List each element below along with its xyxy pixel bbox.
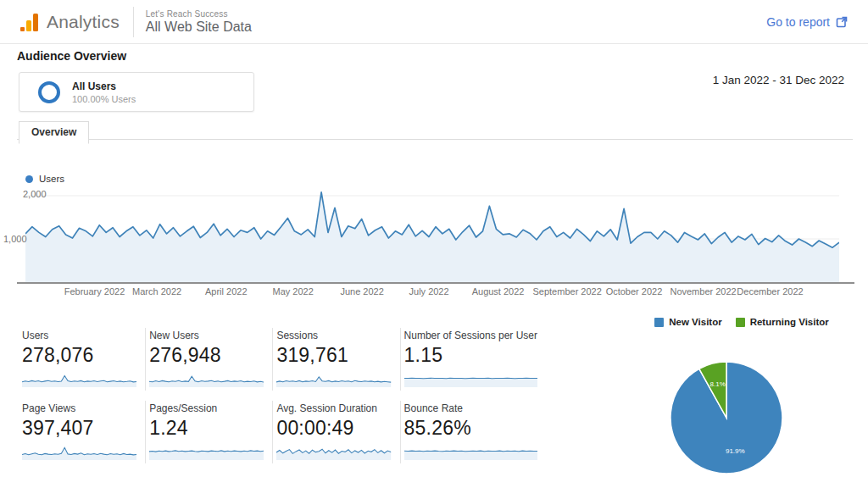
metric-users[interactable]: Users 278,076 <box>19 328 146 391</box>
metric-label: Number of Sessions per User <box>404 330 537 341</box>
metric-sessions[interactable]: Sessions 319,761 <box>273 328 400 391</box>
tab-overview[interactable]: Overview <box>19 121 89 144</box>
x-axis-label: December 2022 <box>737 286 803 297</box>
metric-label: Sessions <box>276 330 391 341</box>
x-axis-label: September 2022 <box>532 286 601 297</box>
metric-pages-per-session[interactable]: Pages/Session 1.24 <box>146 401 273 463</box>
new-visitor-swatch-icon <box>654 318 664 327</box>
chart-legend: Users <box>25 174 64 184</box>
y-axis-label-1000: 1,000 <box>3 234 27 244</box>
metric-sessions-per-user[interactable]: Number of Sessions per User 1.15 <box>401 328 546 391</box>
metric-label: Page Views <box>22 402 136 414</box>
metric-sparkline <box>404 441 537 460</box>
metric-value: 397,407 <box>22 417 136 440</box>
property-name: All Web Site Data <box>146 19 252 35</box>
segment-detail: 100.00% Users <box>72 94 136 104</box>
metric-value: 00:00:49 <box>276 417 391 440</box>
users-timeseries-chart[interactable] <box>25 187 839 282</box>
property-selector[interactable]: Let's Reach Success All Web Site Data <box>146 9 252 35</box>
x-axis-label: October 2022 <box>606 286 663 297</box>
metric-sparkline <box>149 369 264 387</box>
legend-new-visitor[interactable]: New Visitor <box>654 317 721 327</box>
metric-new-users[interactable]: New Users 276,948 <box>146 328 273 391</box>
metric-value: 278,076 <box>22 344 136 367</box>
x-axis-label: April 2022 <box>205 286 248 297</box>
metric-bounce-rate[interactable]: Bounce Rate 85.26% <box>401 401 546 463</box>
users-legend-label: Users <box>39 174 64 184</box>
go-to-report-link[interactable]: Go to report <box>766 15 848 29</box>
metric-value: 1.24 <box>149 417 264 440</box>
header-divider <box>133 7 134 37</box>
new-visitor-label: New Visitor <box>669 317 721 327</box>
metric-label: Users <box>22 330 136 341</box>
visitor-type-pie-chart[interactable]: 91.9%8.1% <box>665 356 788 480</box>
metric-scorecards: Users 278,076 New Users 276,948 Sessions… <box>19 328 546 463</box>
segment-donut-icon <box>38 81 60 103</box>
x-axis-label: November 2022 <box>670 286 736 297</box>
metric-value: 85.26% <box>404 417 537 440</box>
x-axis-label: June 2022 <box>340 286 383 297</box>
metric-avg-session-duration[interactable]: Avg. Session Duration 00:00:49 <box>273 401 400 463</box>
returning-visitor-swatch-icon <box>736 318 745 327</box>
audience-overview-page: Analytics Let's Reach Success All Web Si… <box>0 0 868 488</box>
x-axis-label: August 2022 <box>472 286 525 297</box>
segment-chip-all-users[interactable]: All Users 100.00% Users <box>19 72 254 112</box>
page-title: Audience Overview <box>17 49 126 63</box>
x-axis-line <box>17 282 854 284</box>
returning-visitor-label: Returning Visitor <box>750 317 829 327</box>
segment-name: All Users <box>72 80 136 92</box>
tab-underline <box>17 139 853 140</box>
users-legend-dot-icon <box>25 175 33 183</box>
svg-text:91.9%: 91.9% <box>726 447 745 455</box>
date-range-selector[interactable]: 1 Jan 2022 - 31 Dec 2022 <box>713 74 844 86</box>
x-axis-label: March 2022 <box>132 286 181 297</box>
metric-label: New Users <box>149 330 264 341</box>
go-to-report-label: Go to report <box>766 15 830 29</box>
app-header: Analytics Let's Reach Success All Web Si… <box>0 0 868 44</box>
metric-label: Avg. Session Duration <box>276 402 391 414</box>
x-axis-label: February 2022 <box>64 286 125 297</box>
external-link-icon <box>836 16 848 28</box>
x-axis-label: May 2022 <box>272 286 313 297</box>
metric-sparkline <box>276 369 391 387</box>
x-axis-labels: February 2022March 2022April 2022May 202… <box>25 286 839 298</box>
metric-sparkline <box>149 441 264 460</box>
metric-sparkline <box>22 441 136 460</box>
legend-returning-visitor[interactable]: Returning Visitor <box>736 317 829 327</box>
brand-title: Analytics <box>47 12 120 32</box>
metric-sparkline <box>22 369 136 387</box>
metric-value: 319,761 <box>276 344 391 367</box>
account-name: Let's Reach Success <box>146 9 252 19</box>
analytics-logo-icon <box>20 13 38 31</box>
metric-page-views[interactable]: Page Views 397,407 <box>19 401 146 463</box>
metric-sparkline <box>404 369 537 387</box>
metric-label: Bounce Rate <box>404 402 537 414</box>
metric-sparkline <box>276 441 391 460</box>
metric-value: 1.15 <box>404 344 537 367</box>
metric-value: 276,948 <box>149 344 264 367</box>
y-axis-label-2000: 2,000 <box>23 189 47 199</box>
svg-text:8.1%: 8.1% <box>710 380 726 388</box>
x-axis-label: July 2022 <box>409 286 449 297</box>
metric-label: Pages/Session <box>149 402 264 414</box>
pie-legend: New Visitor Returning Visitor <box>627 317 856 327</box>
